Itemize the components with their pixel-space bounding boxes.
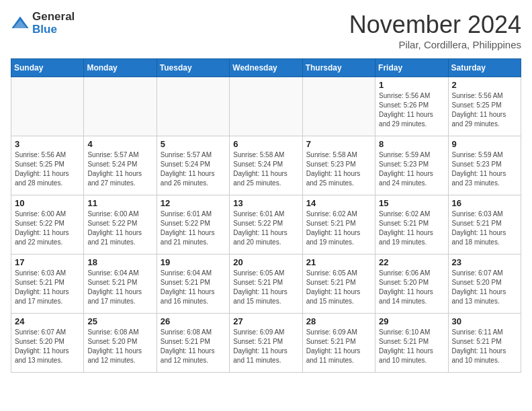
day-number: 17 <box>15 257 80 267</box>
day-info: Sunrise: 6:05 AM Sunset: 5:21 PM Dayligh… <box>233 269 298 306</box>
calendar-cell: 16Sunrise: 6:03 AM Sunset: 5:21 PM Dayli… <box>448 195 521 255</box>
day-info: Sunrise: 6:08 AM Sunset: 5:20 PM Dayligh… <box>87 328 152 365</box>
day-info: Sunrise: 6:04 AM Sunset: 5:21 PM Dayligh… <box>161 269 226 306</box>
calendar-week-2: 3Sunrise: 5:56 AM Sunset: 5:25 PM Daylig… <box>11 136 521 195</box>
day-number: 12 <box>161 198 226 208</box>
day-number: 20 <box>233 257 298 267</box>
day-number: 3 <box>15 139 80 149</box>
calendar-cell: 12Sunrise: 6:01 AM Sunset: 5:22 PM Dayli… <box>157 195 229 255</box>
calendar-cell: 8Sunrise: 5:59 AM Sunset: 5:23 PM Daylig… <box>375 136 448 195</box>
calendar-cell <box>157 77 229 136</box>
calendar-week-3: 10Sunrise: 6:00 AM Sunset: 5:22 PM Dayli… <box>11 195 521 255</box>
day-info: Sunrise: 6:08 AM Sunset: 5:21 PM Dayligh… <box>161 328 226 365</box>
day-number: 21 <box>306 257 371 267</box>
day-info: Sunrise: 5:56 AM Sunset: 5:26 PM Dayligh… <box>379 91 444 129</box>
calendar-cell: 19Sunrise: 6:04 AM Sunset: 5:21 PM Dayli… <box>157 255 229 314</box>
day-number: 1 <box>379 80 444 90</box>
calendar-cell: 9Sunrise: 5:59 AM Sunset: 5:23 PM Daylig… <box>448 136 521 195</box>
calendar-cell: 22Sunrise: 6:06 AM Sunset: 5:20 PM Dayli… <box>375 255 448 314</box>
weekday-header-sunday: Sunday <box>11 59 84 77</box>
day-info: Sunrise: 6:01 AM Sunset: 5:22 PM Dayligh… <box>233 210 298 247</box>
day-info: Sunrise: 6:07 AM Sunset: 5:20 PM Dayligh… <box>15 328 80 365</box>
logo-text: General Blue <box>32 11 75 36</box>
day-number: 25 <box>87 316 152 326</box>
calendar-cell: 20Sunrise: 6:05 AM Sunset: 5:21 PM Dayli… <box>230 255 302 314</box>
day-info: Sunrise: 6:03 AM Sunset: 5:21 PM Dayligh… <box>15 269 80 306</box>
day-info: Sunrise: 6:03 AM Sunset: 5:21 PM Dayligh… <box>452 210 517 247</box>
calendar-cell: 14Sunrise: 6:02 AM Sunset: 5:21 PM Dayli… <box>302 195 375 255</box>
calendar-cell <box>84 77 157 136</box>
day-number: 11 <box>87 198 152 208</box>
day-number: 9 <box>452 139 517 149</box>
day-number: 10 <box>15 198 80 208</box>
calendar-cell: 30Sunrise: 6:11 AM Sunset: 5:21 PM Dayli… <box>448 314 521 373</box>
calendar-cell: 4Sunrise: 5:57 AM Sunset: 5:24 PM Daylig… <box>84 136 157 195</box>
calendar-cell: 18Sunrise: 6:04 AM Sunset: 5:21 PM Dayli… <box>84 255 157 314</box>
day-info: Sunrise: 6:02 AM Sunset: 5:21 PM Dayligh… <box>306 210 371 247</box>
calendar-cell: 23Sunrise: 6:07 AM Sunset: 5:20 PM Dayli… <box>448 255 521 314</box>
day-number: 30 <box>452 316 517 326</box>
calendar-cell: 10Sunrise: 6:00 AM Sunset: 5:22 PM Dayli… <box>11 195 84 255</box>
weekday-header-saturday: Saturday <box>448 59 521 77</box>
day-info: Sunrise: 6:05 AM Sunset: 5:21 PM Dayligh… <box>306 269 371 306</box>
calendar-cell: 11Sunrise: 6:00 AM Sunset: 5:22 PM Dayli… <box>84 195 157 255</box>
logo-blue: Blue <box>32 24 75 36</box>
weekday-header-monday: Monday <box>84 59 157 77</box>
calendar-cell: 2Sunrise: 5:56 AM Sunset: 5:25 PM Daylig… <box>448 77 521 136</box>
day-info: Sunrise: 6:11 AM Sunset: 5:21 PM Dayligh… <box>452 328 517 365</box>
month-title: November 2024 <box>349 11 521 39</box>
day-number: 24 <box>15 316 80 326</box>
day-info: Sunrise: 5:57 AM Sunset: 5:24 PM Dayligh… <box>87 150 152 188</box>
day-info: Sunrise: 5:58 AM Sunset: 5:23 PM Dayligh… <box>306 150 371 188</box>
calendar-cell: 25Sunrise: 6:08 AM Sunset: 5:20 PM Dayli… <box>84 314 157 373</box>
calendar-cell <box>11 77 84 136</box>
day-info: Sunrise: 5:59 AM Sunset: 5:23 PM Dayligh… <box>452 150 517 188</box>
day-number: 22 <box>379 257 444 267</box>
location: Pilar, Cordillera, Philippines <box>349 39 521 50</box>
day-number: 23 <box>452 257 517 267</box>
day-number: 7 <box>306 139 371 149</box>
calendar-cell: 3Sunrise: 5:56 AM Sunset: 5:25 PM Daylig… <box>11 136 84 195</box>
weekday-header-friday: Friday <box>375 59 448 77</box>
day-number: 14 <box>306 198 371 208</box>
day-info: Sunrise: 6:00 AM Sunset: 5:22 PM Dayligh… <box>87 210 152 247</box>
calendar-cell <box>302 77 375 136</box>
day-info: Sunrise: 6:00 AM Sunset: 5:22 PM Dayligh… <box>15 210 80 247</box>
day-info: Sunrise: 5:56 AM Sunset: 5:25 PM Dayligh… <box>452 91 517 129</box>
calendar-cell: 15Sunrise: 6:02 AM Sunset: 5:21 PM Dayli… <box>375 195 448 255</box>
day-info: Sunrise: 5:59 AM Sunset: 5:23 PM Dayligh… <box>379 150 444 188</box>
logo-general: General <box>32 11 75 24</box>
calendar-cell: 28Sunrise: 6:09 AM Sunset: 5:21 PM Dayli… <box>302 314 375 373</box>
day-info: Sunrise: 6:07 AM Sunset: 5:20 PM Dayligh… <box>452 269 517 306</box>
day-info: Sunrise: 5:56 AM Sunset: 5:25 PM Dayligh… <box>15 150 80 188</box>
calendar-cell: 7Sunrise: 5:58 AM Sunset: 5:23 PM Daylig… <box>302 136 375 195</box>
day-number: 8 <box>379 139 444 149</box>
calendar-cell: 27Sunrise: 6:09 AM Sunset: 5:21 PM Dayli… <box>230 314 302 373</box>
day-number: 13 <box>233 198 298 208</box>
day-info: Sunrise: 5:57 AM Sunset: 5:24 PM Dayligh… <box>161 150 226 188</box>
calendar-cell: 1Sunrise: 5:56 AM Sunset: 5:26 PM Daylig… <box>375 77 448 136</box>
calendar-table: SundayMondayTuesdayWednesdayThursdayFrid… <box>11 58 521 373</box>
day-number: 18 <box>87 257 152 267</box>
day-info: Sunrise: 6:04 AM Sunset: 5:21 PM Dayligh… <box>87 269 152 306</box>
day-number: 19 <box>161 257 226 267</box>
weekday-header-tuesday: Tuesday <box>157 59 229 77</box>
day-number: 28 <box>306 316 371 326</box>
day-info: Sunrise: 5:58 AM Sunset: 5:24 PM Dayligh… <box>233 150 298 188</box>
day-number: 16 <box>452 198 517 208</box>
title-block: November 2024 Pilar, Cordillera, Philipp… <box>349 11 521 50</box>
day-number: 2 <box>452 80 517 90</box>
calendar-week-1: 1Sunrise: 5:56 AM Sunset: 5:26 PM Daylig… <box>11 77 521 136</box>
day-info: Sunrise: 6:01 AM Sunset: 5:22 PM Dayligh… <box>161 210 226 247</box>
calendar-cell: 17Sunrise: 6:03 AM Sunset: 5:21 PM Dayli… <box>11 255 84 314</box>
day-number: 6 <box>233 139 298 149</box>
calendar-cell: 13Sunrise: 6:01 AM Sunset: 5:22 PM Dayli… <box>230 195 302 255</box>
day-number: 26 <box>161 316 226 326</box>
calendar-cell <box>230 77 302 136</box>
weekday-header-wednesday: Wednesday <box>230 59 302 77</box>
calendar-week-5: 24Sunrise: 6:07 AM Sunset: 5:20 PM Dayli… <box>11 314 521 373</box>
day-info: Sunrise: 6:02 AM Sunset: 5:21 PM Dayligh… <box>379 210 444 247</box>
calendar-cell: 6Sunrise: 5:58 AM Sunset: 5:24 PM Daylig… <box>230 136 302 195</box>
calendar-cell: 29Sunrise: 6:10 AM Sunset: 5:21 PM Dayli… <box>375 314 448 373</box>
day-number: 29 <box>379 316 444 326</box>
